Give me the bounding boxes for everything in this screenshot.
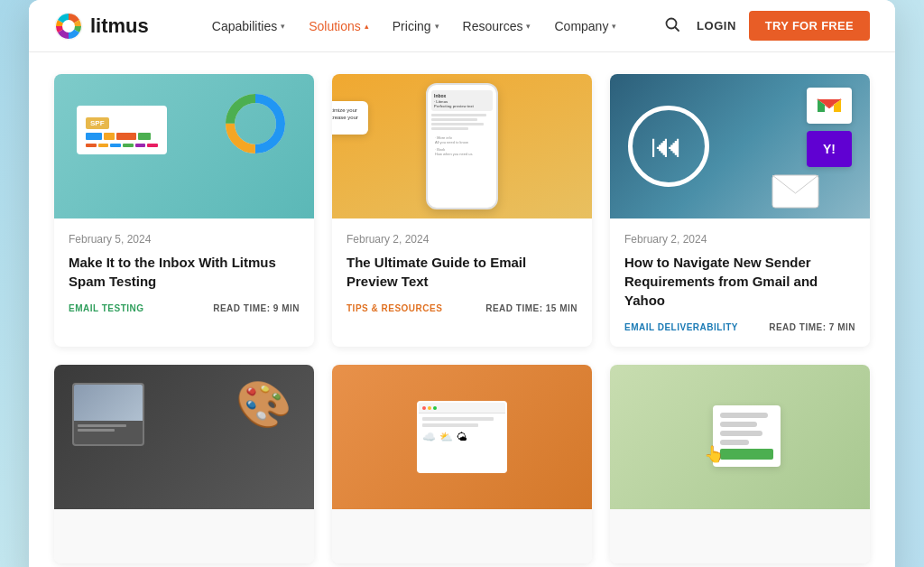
- cursor-icon: 👆: [704, 444, 724, 464]
- card-1[interactable]: SPF: [54, 74, 314, 347]
- card-2-footer: TIPS & RESOURCES READ TIME: 15 MIN: [346, 303, 578, 313]
- svg-point-1: [62, 20, 75, 33]
- envelope-icon: [771, 173, 820, 209]
- card-3-tag: EMAIL DELIVERABILITY: [624, 322, 738, 332]
- card-2-tag: TIPS & RESOURCES: [346, 303, 442, 313]
- chevron-up-icon: ▴: [365, 22, 369, 31]
- nav-right-actions: LOGIN TRY FOR FREE: [661, 11, 870, 41]
- card-6[interactable]: 👆: [610, 365, 870, 563]
- login-button[interactable]: LOGIN: [697, 19, 736, 33]
- card-2-read-time: READ TIME: 15 MIN: [485, 303, 578, 313]
- gmail-logo: [807, 88, 852, 124]
- card-1-footer: EMAIL TESTING READ TIME: 9 MIN: [69, 303, 300, 313]
- card-4[interactable]: 🎨: [54, 365, 314, 563]
- nav-pricing[interactable]: Pricing ▾: [383, 14, 448, 39]
- spam-inner-card: SPF: [77, 106, 167, 154]
- card-5-body: [332, 509, 592, 563]
- nav-company[interactable]: Company ▾: [545, 14, 625, 39]
- chevron-down-icon: ▾: [612, 22, 616, 31]
- nav-menu: Capabilities ▾ Solutions ▴ Pricing ▾ Res…: [203, 14, 661, 39]
- card-5-image: ☁️ ⛅ 🌤: [332, 365, 592, 509]
- nav-resources[interactable]: Resources ▾: [454, 14, 541, 39]
- card-2[interactable]: Learning how to optimize your preview te…: [332, 74, 592, 347]
- main-content: SPF: [29, 52, 895, 567]
- logo[interactable]: litmus: [54, 12, 149, 41]
- brand-name: litmus: [90, 14, 149, 38]
- card-1-tag: EMAIL TESTING: [69, 303, 144, 313]
- card-3-read-time: READ TIME: 7 MIN: [769, 322, 855, 332]
- card-1-body: February 5, 2024 Make It to the Inbox Wi…: [54, 218, 314, 328]
- rewind-icon: ⏮: [651, 127, 683, 165]
- cards-grid: SPF: [54, 74, 870, 563]
- chevron-down-icon: ▾: [526, 22, 531, 31]
- card-1-image: SPF: [54, 74, 314, 218]
- card-2-body: February 2, 2024 The Ultimate Guide to E…: [332, 218, 592, 328]
- donut-chart: [224, 92, 287, 155]
- chevron-down-icon: ▾: [281, 22, 285, 31]
- card-2-title: The Ultimate Guide to Email Preview Text: [346, 253, 578, 291]
- card-1-title: Make It to the Inbox With Litmus Spam Te…: [69, 253, 300, 291]
- card-3-footer: EMAIL DELIVERABILITY READ TIME: 7 MIN: [624, 322, 855, 332]
- spam-visual: SPF: [54, 74, 314, 218]
- svg-point-2: [667, 18, 677, 28]
- card-3-image: ⏮: [610, 74, 870, 218]
- search-button[interactable]: [661, 13, 684, 40]
- card-1-date: February 5, 2024: [69, 233, 300, 246]
- litmus-logo-icon: [54, 12, 83, 41]
- svg-line-3: [676, 27, 679, 31]
- design-screen: [72, 383, 144, 446]
- search-icon: [664, 16, 680, 33]
- card-6-body: [610, 509, 870, 563]
- card-3-title: How to Navigate New Sender Requirements …: [624, 253, 855, 310]
- card-4-body: [54, 509, 314, 563]
- nav-solutions[interactable]: Solutions ▴: [300, 14, 378, 39]
- card-5[interactable]: ☁️ ⛅ 🌤: [332, 365, 592, 563]
- card-3[interactable]: ⏮: [610, 74, 870, 347]
- navbar: litmus Capabilities ▾ Solutions ▴ Pricin…: [29, 0, 895, 52]
- card-2-date: February 2, 2024: [346, 233, 578, 246]
- card-1-read-time: READ TIME: 9 MIN: [213, 303, 300, 313]
- paint-brush-icon: 🎨: [236, 378, 291, 431]
- chevron-down-icon: ▾: [435, 22, 439, 31]
- card-3-date: February 2, 2024: [624, 233, 855, 246]
- yahoo-logo: Y!: [807, 131, 852, 167]
- main-window: litmus Capabilities ▾ Solutions ▴ Pricin…: [29, 0, 895, 567]
- phone-mockup: Inbox · Litmus Perfecting preview text ·…: [426, 83, 498, 209]
- nav-capabilities[interactable]: Capabilities ▾: [203, 14, 294, 39]
- interaction-visual: 👆: [699, 392, 781, 482]
- gmail-icon: [816, 96, 843, 116]
- browser-mockup: ☁️ ⛅ 🌤: [417, 401, 507, 473]
- card-6-image: 👆: [610, 365, 870, 509]
- rewind-circle: ⏮: [628, 106, 709, 187]
- card-2-image: Learning how to optimize your preview te…: [332, 74, 592, 218]
- preview-text-bubble: Learning how to optimize your preview te…: [332, 101, 368, 135]
- card-3-body: February 2, 2024 How to Navigate New Sen…: [610, 218, 870, 347]
- card-4-image: 🎨: [54, 365, 314, 509]
- email-logos: Y!: [807, 88, 852, 167]
- try-free-button[interactable]: TRY FOR FREE: [749, 11, 870, 41]
